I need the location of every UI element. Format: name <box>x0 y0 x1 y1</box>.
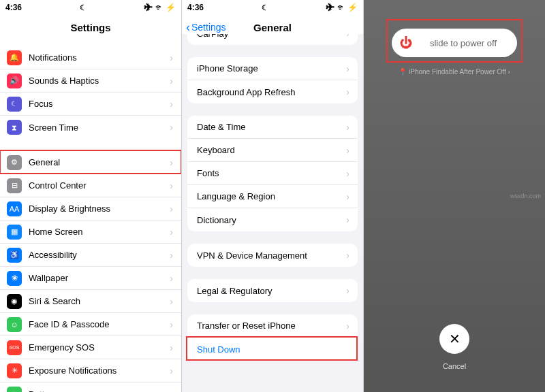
settings-row-focus[interactable]: ☾Focus› <box>0 93 181 116</box>
row-label: Date & Time <box>197 122 346 132</box>
row-label: Focus <box>29 99 170 109</box>
general-pane: 4:36 ☾ ✈ ᯤ ⚡ ‹ Settings General CarPlay›… <box>182 0 364 392</box>
focus-icon: ☾ <box>7 97 22 112</box>
row-label: Dictionary <box>197 215 346 225</box>
general-row-fonts[interactable]: Fonts› <box>187 162 358 185</box>
row-label: VPN & Device Management <box>197 250 346 261</box>
general-row-transfer-or-reset-iphone[interactable]: Transfer or Reset iPhone› <box>187 314 358 338</box>
chevron-right-icon: › <box>346 285 349 296</box>
power-icon[interactable]: ⏻ <box>394 31 418 55</box>
settings-row-display-brightness[interactable]: AADisplay & Brightness› <box>0 197 181 220</box>
chevron-right-icon: › <box>346 86 349 97</box>
settings-row-control-center[interactable]: ⊟Control Center› <box>0 174 181 197</box>
general-row-date-time[interactable]: Date & Time› <box>187 116 358 139</box>
siri-icon: ◉ <box>7 294 22 309</box>
row-label: Keyboard <box>197 145 346 155</box>
settings-row-accessibility[interactable]: ♿Accessibility› <box>0 244 181 267</box>
general-row-language-region[interactable]: Language & Region› <box>187 185 358 208</box>
status-bar: 4:36 ☾ ✈ ᯤ ⚡ <box>182 0 363 15</box>
general-list[interactable]: CarPlay›iPhone Storage›Background App Re… <box>182 34 363 392</box>
findable-text[interactable]: 📍 iPhone Findable After Power Off › <box>364 68 545 76</box>
cancel-button[interactable]: ✕ <box>439 324 469 354</box>
chevron-right-icon: › <box>170 122 173 133</box>
settings-row-home-screen[interactable]: ▦Home Screen› <box>0 220 181 244</box>
settings-list[interactable]: 🔔Notifications›🔊Sounds & Haptics›☾Focus›… <box>0 39 181 392</box>
back-label: Settings <box>191 22 226 33</box>
general-row-legal-regulatory[interactable]: Legal & Regulatory› <box>187 279 358 302</box>
row-label: Siri & Search <box>29 296 170 306</box>
slide-to-power-off[interactable]: ⏻ slide to power off <box>392 29 517 57</box>
control-center-icon: ⊟ <box>7 178 22 193</box>
status-time: 4:36 <box>187 3 204 12</box>
gear-icon: ⚙ <box>7 155 22 170</box>
slide-label: slide to power off <box>420 38 517 48</box>
chevron-right-icon: › <box>346 34 349 39</box>
status-indicators: ✈ ᯤ ⚡ <box>144 3 176 12</box>
row-label: Notifications <box>29 52 170 63</box>
general-row-dictionary[interactable]: Dictionary› <box>187 208 358 231</box>
general-row-keyboard[interactable]: Keyboard› <box>187 139 358 162</box>
row-label: Emergency SOS <box>29 342 170 353</box>
moon-icon: ☾ <box>80 3 87 12</box>
settings-row-notifications[interactable]: 🔔Notifications› <box>0 46 181 69</box>
chevron-right-icon: › <box>346 145 349 156</box>
general-row-carplay[interactable]: CarPlay› <box>187 34 358 45</box>
exposure-icon: ✳ <box>7 363 22 378</box>
back-button[interactable]: ‹ Settings <box>186 21 226 33</box>
chevron-right-icon: › <box>170 342 173 353</box>
row-label: Shut Down <box>197 344 349 355</box>
settings-row-siri-search[interactable]: ◉Siri & Search› <box>0 290 181 313</box>
settings-row-wallpaper[interactable]: ❀Wallpaper› <box>0 267 181 290</box>
row-label: Exposure Notifications <box>29 365 170 376</box>
battery-icon: ▮ <box>7 387 22 392</box>
row-label: iPhone Storage <box>197 63 346 74</box>
settings-row-sounds-haptics[interactable]: 🔊Sounds & Haptics› <box>0 69 181 93</box>
general-row-iphone-storage[interactable]: iPhone Storage› <box>187 57 358 80</box>
chevron-right-icon: › <box>170 157 173 168</box>
status-bar: 4:36 ☾ ✈ ᯤ ⚡ <box>0 0 181 15</box>
chevron-right-icon: › <box>346 168 349 179</box>
sos-icon: SOS <box>7 340 22 355</box>
poweroff-pane: ⏻ slide to power off 📍 iPhone Findable A… <box>364 0 545 392</box>
chevron-right-icon: › <box>170 250 173 261</box>
general-row-background-app-refresh[interactable]: Background App Refresh› <box>187 80 358 103</box>
row-label: Fonts <box>197 168 346 178</box>
chevron-right-icon: › <box>346 321 349 331</box>
chevron-right-icon: › <box>170 76 173 86</box>
row-label: Battery <box>29 389 170 393</box>
row-label: Background App Refresh <box>197 87 346 97</box>
status-indicators: ✈ ᯤ ⚡ <box>326 3 358 12</box>
watermark: wsxdn.com <box>510 193 541 199</box>
row-label: Legal & Regulatory <box>197 286 346 296</box>
settings-row-face-id-passcode[interactable]: ☺Face ID & Passcode› <box>0 313 181 336</box>
hourglass-icon: ⧗ <box>7 120 22 135</box>
chevron-right-icon: › <box>346 63 349 74</box>
chevron-right-icon: › <box>170 227 173 238</box>
chevron-right-icon: › <box>346 214 349 225</box>
chevron-right-icon: › <box>170 319 173 330</box>
close-icon: ✕ <box>449 331 461 347</box>
row-label: Transfer or Reset iPhone <box>197 321 346 331</box>
wallpaper-icon: ❀ <box>7 271 22 286</box>
settings-row-exposure-notifications[interactable]: ✳Exposure Notifications› <box>0 359 181 382</box>
settings-row-general[interactable]: ⚙General› <box>0 151 181 174</box>
general-row-vpn-device-management[interactable]: VPN & Device Management› <box>187 244 358 267</box>
nav-bar: Settings <box>0 15 181 39</box>
bell-icon: 🔔 <box>7 50 22 65</box>
home-icon: ▦ <box>7 225 22 240</box>
faceid-icon: ☺ <box>7 317 22 332</box>
settings-pane: 4:36 ☾ ✈ ᯤ ⚡ Settings 🔔Notifications›🔊So… <box>0 0 182 392</box>
row-label: Language & Region <box>197 191 346 201</box>
row-label: Wallpaper <box>29 273 170 283</box>
row-label: Accessibility <box>29 250 170 260</box>
chevron-left-icon: ‹ <box>186 21 190 33</box>
settings-row-battery[interactable]: ▮Battery› <box>0 382 181 392</box>
display-icon: AA <box>7 201 22 216</box>
chevron-right-icon: › <box>346 122 349 133</box>
general-row-shut-down[interactable]: Shut Down <box>187 338 358 361</box>
chevron-right-icon: › <box>170 99 173 110</box>
settings-row-screen-time[interactable]: ⧗Screen Time› <box>0 116 181 139</box>
settings-row-emergency-sos[interactable]: SOSEmergency SOS› <box>0 336 181 359</box>
chevron-right-icon: › <box>170 389 173 392</box>
row-label: CarPlay <box>197 34 346 39</box>
